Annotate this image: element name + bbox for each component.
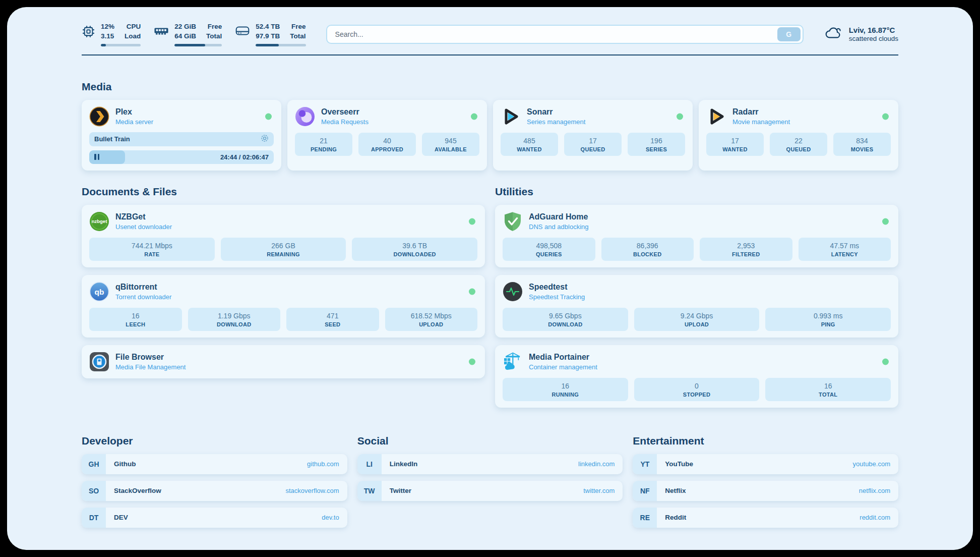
app-card-filebrowser[interactable]: File Browser Media File Management [82, 345, 485, 378]
cloud-icon [825, 26, 843, 42]
bookmark-name: StackOverflow [114, 481, 161, 501]
stat-wanted: 17 WANTED [706, 133, 764, 156]
status-online-dot [677, 113, 683, 120]
stat-total: 16 TOTAL [765, 378, 891, 401]
status-online-dot [469, 358, 475, 365]
app-name: Speedtest [529, 282, 585, 292]
session-settings-icon[interactable] [261, 134, 269, 144]
stat-ping: 0.993 ms PING [765, 308, 891, 331]
bookmark-url[interactable]: dev.to [322, 508, 339, 528]
app-subtitle: Media File Management [115, 363, 186, 371]
cpu-icon [82, 25, 95, 40]
weather-text: Lviv, 16.87°C scattered clouds [849, 26, 898, 42]
svg-text:nzbget: nzbget [92, 218, 107, 224]
stat-upload: 9.24 Gbps UPLOAD [634, 308, 760, 331]
dashboard-page: 12% CPU 3.15 Load [7, 7, 973, 550]
stat-remaining: 266 GB REMAINING [221, 238, 346, 261]
app-card-plex[interactable]: Plex Media server Bullet Train [82, 100, 281, 171]
radarr-icon [706, 106, 726, 127]
search-engine-button[interactable]: G [777, 27, 801, 41]
stat-movies: 834 MOVIES [833, 133, 891, 156]
cpu-load-label: Load [125, 32, 141, 41]
app-card-adguard[interactable]: AdGuard Home DNS and adblocking 498,508 … [495, 205, 898, 267]
bookmark-name: LinkedIn [390, 454, 418, 474]
portainer-icon [503, 352, 523, 372]
ram-free-label: Free [206, 22, 222, 32]
status-online-dot [882, 113, 889, 120]
stat-download: 1.19 Gbps DOWNLOAD [188, 308, 281, 331]
app-card-sonarr[interactable]: Sonarr Series management 485 WANTED 17 Q… [493, 100, 693, 171]
nzbget-icon: nzbget [89, 211, 109, 232]
disk-total-label: Total [290, 32, 305, 41]
app-card-overseerr[interactable]: Overseerr Media Requests 21 PENDING 40 A… [287, 100, 487, 171]
app-name: Sonarr [527, 107, 585, 117]
app-card-qbittorrent[interactable]: qb qBittorrent Torrent downloader [82, 275, 485, 338]
bookmark-name: Github [114, 454, 136, 474]
bookmark-url[interactable]: linkedin.com [578, 454, 615, 474]
app-name: Media Portainer [529, 352, 597, 362]
app-card-portainer[interactable]: Media Portainer Container management 16 … [495, 345, 898, 408]
app-card-speedtest[interactable]: Speedtest Speedtest Tracking 9.65 Gbps D… [495, 275, 898, 338]
bookmark-url[interactable]: netflix.com [859, 481, 890, 501]
stat-running: 16 RUNNING [503, 378, 628, 401]
app-subtitle: Movie management [732, 118, 790, 126]
bookmark-github[interactable]: GH Github github.com [82, 454, 347, 474]
app-name: Plex [115, 107, 153, 117]
disk-progress-fill [256, 44, 279, 46]
section-utilities: Utilities [495, 186, 898, 408]
stat-downloaded: 39.6 TB DOWNLOADED [352, 238, 477, 261]
stat-wanted: 485 WANTED [501, 133, 558, 156]
bookmark-stackoverflow[interactable]: SO StackOverflow stackoverflow.com [82, 481, 347, 501]
app-card-nzbget[interactable]: nzbget NZBGet Usenet downloader 74 [82, 205, 485, 267]
section-documents: Documents & Files nzbget [82, 186, 485, 408]
speedtest-icon [503, 282, 523, 302]
weather-widget: Lviv, 16.87°C scattered clouds [825, 26, 898, 42]
disk-progress-track [256, 44, 305, 46]
cpu-progress-track [101, 44, 141, 46]
bookmark-abbr: DT [82, 508, 106, 528]
app-name: qBittorrent [115, 282, 171, 292]
section-title-developer: Developer [82, 435, 347, 447]
bookmark-reddit[interactable]: RE Reddit reddit.com [633, 508, 898, 528]
status-online-dot [469, 218, 475, 225]
search-input[interactable] [334, 30, 777, 39]
plex-icon [89, 106, 109, 127]
bookmark-url[interactable]: github.com [307, 454, 339, 474]
ram-progress-fill [174, 44, 205, 46]
app-subtitle: Usenet downloader [115, 223, 172, 231]
stat-latency: 47.57 ms LATENCY [799, 238, 891, 261]
bookmark-name: Twitter [390, 481, 411, 501]
bookmark-url[interactable]: twitter.com [583, 481, 615, 501]
stat-queries: 498,508 QUERIES [503, 238, 595, 261]
bookmark-abbr: RE [633, 508, 657, 528]
status-online-dot [469, 288, 475, 295]
bookmark-dev[interactable]: DT DEV dev.to [82, 508, 347, 528]
app-subtitle: Torrent downloader [115, 293, 171, 301]
cpu-usage-value: 12% [101, 22, 114, 32]
playback-time: 24:44 / 02:06:47 [220, 153, 269, 161]
bookmark-url[interactable]: youtube.com [853, 454, 890, 474]
bookmark-name: YouTube [665, 454, 693, 474]
app-subtitle: Media Requests [321, 118, 369, 126]
stat-filtered: 2,953 FILTERED [700, 238, 792, 261]
bookmark-netflix[interactable]: NF Netflix netflix.com [633, 481, 898, 501]
ram-total-label: Total [206, 32, 222, 41]
bookmark-youtube[interactable]: YT YouTube youtube.com [633, 454, 898, 474]
bookmark-linkedin[interactable]: LI LinkedIn linkedin.com [357, 454, 623, 474]
ram-total-value: 64 GiB [174, 32, 196, 41]
cpu-load-value: 3.15 [101, 32, 114, 41]
stat-upload: 618.52 Mbps UPLOAD [385, 308, 478, 331]
disk-free-value: 52.4 TB [256, 22, 280, 32]
adguard-icon [503, 211, 523, 232]
sonarr-icon [501, 106, 521, 127]
app-subtitle: Media server [115, 118, 153, 126]
bookmark-url[interactable]: reddit.com [860, 508, 890, 528]
stat-queued: 22 QUEUED [770, 133, 827, 156]
status-online-dot [882, 218, 889, 225]
bookmark-url[interactable]: stackoverflow.com [285, 481, 339, 501]
app-card-radarr[interactable]: Radarr Movie management 17 WANTED 22 QUE… [699, 100, 898, 171]
section-title-utilities: Utilities [495, 186, 898, 198]
bookmark-twitter[interactable]: TW Twitter twitter.com [357, 481, 623, 501]
now-playing-title: Bullet Train [94, 135, 130, 143]
search-bar: G [326, 25, 804, 44]
